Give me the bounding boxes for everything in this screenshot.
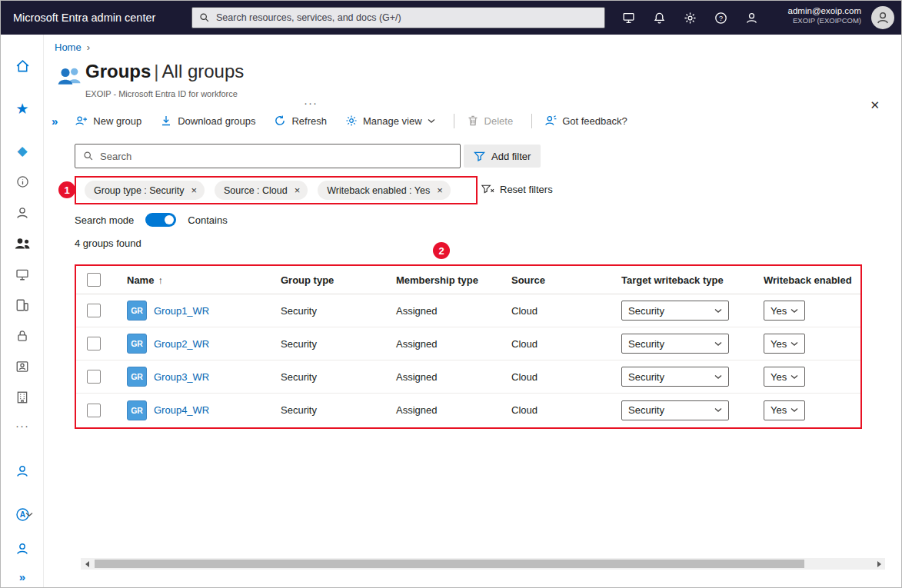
help-icon[interactable]: ? xyxy=(714,12,727,25)
reset-filters-button[interactable]: Reset filters xyxy=(481,184,553,195)
page-more-icon[interactable]: ··· xyxy=(304,99,318,107)
applications-icon[interactable] xyxy=(1,298,44,312)
scrollbar-thumb[interactable] xyxy=(95,560,804,568)
notifications-bell-icon[interactable] xyxy=(653,12,666,25)
page-title: Groups|All groups xyxy=(85,61,244,82)
scroll-left-arrow[interactable] xyxy=(81,558,93,570)
download-groups-button[interactable]: Download groups xyxy=(160,115,255,127)
breadcrumb-home-link[interactable]: Home xyxy=(55,42,82,53)
column-header-membership-type[interactable]: Membership type xyxy=(396,274,511,286)
favorites-star-icon[interactable]: ★ xyxy=(1,101,44,116)
source-cell: Cloud xyxy=(511,404,621,416)
manage-view-button[interactable]: Manage view xyxy=(345,115,435,127)
column-header-name[interactable]: Name↑ xyxy=(127,274,281,286)
annotation-badge-2: 2 xyxy=(433,242,450,259)
groups-search-box[interactable] xyxy=(75,144,461,168)
remove-filter-icon[interactable]: × xyxy=(295,185,301,195)
group-name-link[interactable]: Group2_WR xyxy=(154,338,209,350)
chevron-down-icon xyxy=(714,308,722,314)
annotation-box-filters: Group type : Security × Source : Cloud ×… xyxy=(75,176,478,204)
global-search-input[interactable] xyxy=(216,12,597,23)
user-management-icon[interactable] xyxy=(1,464,44,478)
table-row: GR Group1_WR Security Assigned Cloud Sec… xyxy=(76,294,860,327)
column-header-writeback-enabled[interactable]: Writeback enabled xyxy=(764,274,860,286)
delete-label: Delete xyxy=(484,115,514,127)
row-checkbox[interactable] xyxy=(87,370,101,384)
admin-center-badge-icon[interactable]: A xyxy=(1,507,44,522)
users-icon[interactable] xyxy=(1,206,44,220)
row-checkbox[interactable] xyxy=(87,337,101,350)
target-writeback-select[interactable]: Security xyxy=(621,334,729,354)
column-header-source[interactable]: Source xyxy=(511,274,621,286)
identity-governance-icon[interactable] xyxy=(1,360,44,374)
scrollbar-track[interactable] xyxy=(93,558,873,570)
refresh-icon xyxy=(274,115,286,127)
new-group-button[interactable]: New group xyxy=(75,115,141,127)
group-name-link[interactable]: Group1_WR xyxy=(154,305,209,317)
writeback-enabled-select[interactable]: Yes xyxy=(764,334,805,354)
expand-menu-icon[interactable]: » xyxy=(52,115,58,128)
annotation-badge-1: 1 xyxy=(58,181,75,198)
row-checkbox[interactable] xyxy=(87,304,101,317)
writeback-enabled-select[interactable]: Yes xyxy=(764,400,805,420)
account-tenant: EXOIP (EXOIPCOM) xyxy=(788,16,861,25)
feedback-button[interactable]: Got feedback? xyxy=(544,115,627,127)
user-profile-icon[interactable] xyxy=(1,542,44,556)
azure-diamond-icon[interactable]: ◆ xyxy=(1,145,44,158)
filter-chip-writeback[interactable]: Writeback enabled : Yes × xyxy=(318,181,450,200)
search-mode-label: Search mode xyxy=(75,214,134,226)
target-writeback-select[interactable]: Security xyxy=(621,367,729,387)
toolbar-divider xyxy=(531,114,532,128)
membership-type-cell: Assigned xyxy=(396,404,511,416)
chevron-down-icon[interactable] xyxy=(25,512,33,517)
column-header-group-type[interactable]: Group type xyxy=(281,274,396,286)
person-icon xyxy=(876,11,890,25)
settings-gear-icon[interactable] xyxy=(684,12,697,25)
column-header-target-writeback[interactable]: Target writeback type xyxy=(621,274,764,286)
writeback-enabled-select[interactable]: Yes xyxy=(764,301,805,321)
scroll-right-arrow[interactable] xyxy=(873,558,885,570)
filter-chip-group-type[interactable]: Group type : Security × xyxy=(85,181,205,200)
chevron-down-icon xyxy=(714,407,722,413)
add-filter-button[interactable]: Add filter xyxy=(464,145,541,168)
remove-filter-icon[interactable]: × xyxy=(191,185,197,195)
search-mode-toggle[interactable] xyxy=(145,213,176,227)
feedback-icon[interactable] xyxy=(745,12,758,25)
external-identities-icon[interactable] xyxy=(1,390,44,404)
source-cell: Cloud xyxy=(511,305,621,317)
chevron-down-icon xyxy=(790,341,798,347)
membership-type-cell: Assigned xyxy=(396,371,511,383)
group-name-link[interactable]: Group4_WR xyxy=(154,404,209,416)
account-info[interactable]: admin@exoip.com EXOIP (EXOIPCOM) xyxy=(788,5,861,25)
home-icon[interactable] xyxy=(1,58,44,73)
delete-button[interactable]: Delete xyxy=(467,115,514,127)
groups-search-input[interactable] xyxy=(100,151,452,162)
feedback-label: Got feedback? xyxy=(562,115,627,127)
target-writeback-select[interactable]: Security xyxy=(621,400,729,420)
more-nav-icon[interactable]: ··· xyxy=(1,421,44,430)
top-bar: Microsoft Entra admin center ? admin@exo… xyxy=(1,1,901,35)
sort-asc-icon: ↑ xyxy=(158,274,163,286)
protection-lock-icon[interactable] xyxy=(1,329,44,343)
close-icon[interactable]: ✕ xyxy=(870,99,880,111)
target-writeback-select[interactable]: Security xyxy=(621,301,729,321)
group-name-link[interactable]: Group3_WR xyxy=(154,371,209,383)
global-search[interactable] xyxy=(191,7,605,28)
app-title: Microsoft Entra admin center xyxy=(1,12,155,24)
expand-rail-icon[interactable]: » xyxy=(1,571,44,583)
devices-icon[interactable] xyxy=(1,267,44,281)
avatar[interactable] xyxy=(871,6,894,29)
info-icon[interactable] xyxy=(1,175,44,188)
writeback-enabled-select[interactable]: Yes xyxy=(764,367,805,387)
group-type-cell: Security xyxy=(281,371,396,383)
filter-chip-source[interactable]: Source : Cloud × xyxy=(215,181,308,200)
search-icon xyxy=(199,12,210,23)
row-checkbox[interactable] xyxy=(87,404,101,417)
remove-filter-icon[interactable]: × xyxy=(437,185,443,195)
refresh-button[interactable]: Refresh xyxy=(274,115,327,127)
annotation-box-table: Name↑ Group type Membership type Source … xyxy=(75,264,862,429)
groups-icon-selected[interactable] xyxy=(1,237,44,251)
whats-new-icon[interactable] xyxy=(622,12,635,25)
page-subtitle: EXOIP - Microsoft Entra ID for workforce xyxy=(85,89,238,98)
select-all-checkbox[interactable] xyxy=(87,273,101,287)
